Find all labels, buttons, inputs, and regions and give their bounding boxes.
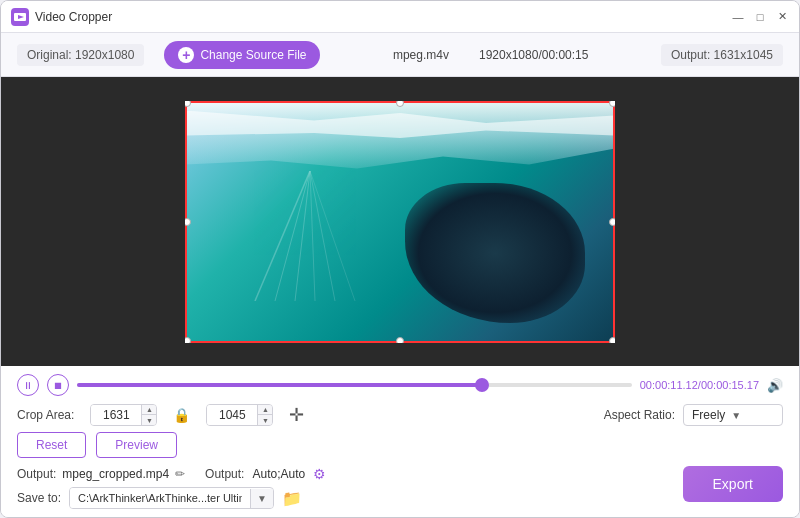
aspect-ratio-group: Aspect Ratio: Freely ▼ xyxy=(604,404,783,426)
dark-patch xyxy=(405,183,585,323)
wave-white xyxy=(185,101,615,181)
water-lines xyxy=(235,171,385,301)
aspect-ratio-label: Aspect Ratio: xyxy=(604,408,675,422)
progress-fill xyxy=(77,383,482,387)
output-name-row: Output: mpeg_cropped.mp4 ✏ Output: Auto;… xyxy=(17,466,683,482)
file-info: mpeg.m4v 1920x1080/00:00:15 xyxy=(340,48,640,62)
aspect-ratio-select[interactable]: Freely ▼ xyxy=(683,404,783,426)
video-area xyxy=(1,77,799,366)
video-frame xyxy=(185,101,615,343)
saveto-dropdown-button[interactable]: ▼ xyxy=(250,489,273,508)
handle-left-middle[interactable] xyxy=(185,218,191,226)
output-resolution-label: Output: 1631x1045 xyxy=(661,44,783,66)
output-label: Output: xyxy=(17,467,56,481)
height-input-container: ▲ ▼ xyxy=(206,404,273,426)
file-name: mpeg.m4v xyxy=(393,48,449,62)
change-source-button[interactable]: + Change Source File xyxy=(164,41,320,69)
width-input-group: ▲ ▼ xyxy=(90,404,157,426)
video-canvas[interactable] xyxy=(185,101,615,343)
output-settings-value: Auto;Auto xyxy=(252,467,305,481)
title-bar-controls: — □ ✕ xyxy=(731,10,789,24)
progress-track[interactable] xyxy=(77,383,632,387)
main-window: Video Cropper — □ ✕ Original: 1920x1080 … xyxy=(0,0,800,518)
saveto-path-field[interactable] xyxy=(70,488,250,508)
crop-settings-row: Crop Area: ▲ ▼ 🔒 ▲ ▼ xyxy=(17,404,783,426)
edit-icon[interactable]: ✏ xyxy=(175,467,185,481)
width-spinner: ▲ ▼ xyxy=(141,405,156,425)
output-name-group: Output: mpeg_cropped.mp4 ✏ xyxy=(17,467,185,481)
change-source-label: Change Source File xyxy=(200,48,306,62)
width-up-button[interactable]: ▲ xyxy=(142,405,156,415)
original-resolution-label: Original: 1920x1080 xyxy=(17,44,144,66)
gear-icon[interactable]: ⚙ xyxy=(313,466,326,482)
height-up-button[interactable]: ▲ xyxy=(258,405,272,415)
app-icon xyxy=(11,8,29,26)
move-icon[interactable]: ✛ xyxy=(289,404,304,426)
stop-icon: ⏹ xyxy=(53,380,63,391)
maximize-button[interactable]: □ xyxy=(753,10,767,24)
stop-button[interactable]: ⏹ xyxy=(47,374,69,396)
handle-bottom-middle[interactable] xyxy=(396,337,404,343)
minimize-button[interactable]: — xyxy=(731,10,745,24)
svg-line-4 xyxy=(275,171,310,301)
handle-bottom-left[interactable] xyxy=(185,337,191,343)
width-input-container: ▲ ▼ xyxy=(90,404,157,426)
progress-thumb[interactable] xyxy=(475,378,489,392)
pause-icon: ⏸ xyxy=(23,380,33,391)
lock-icon[interactable]: 🔒 xyxy=(173,407,190,423)
saveto-row: Save to: ▼ 📁 xyxy=(17,487,683,509)
action-buttons: Reset Preview xyxy=(17,432,783,458)
saveto-path-input: ▼ xyxy=(69,487,274,509)
output-settings-label: Output: xyxy=(205,467,244,481)
bottom-right: Export xyxy=(683,466,783,502)
close-button[interactable]: ✕ xyxy=(775,10,789,24)
reset-button[interactable]: Reset xyxy=(17,432,86,458)
bottom-left: Output: mpeg_cropped.mp4 ✏ Output: Auto;… xyxy=(17,466,683,509)
output-settings-group: Output: Auto;Auto ⚙ xyxy=(205,466,682,482)
file-resolution-time: 1920x1080/00:00:15 xyxy=(479,48,588,62)
output-filename: mpeg_cropped.mp4 xyxy=(62,467,169,481)
height-input-group: ▲ ▼ xyxy=(206,404,273,426)
controls-area: ⏸ ⏹ 00:00:11.12/00:00:15.17 🔊 Crop Area:… xyxy=(1,366,799,517)
width-down-button[interactable]: ▼ xyxy=(142,415,156,425)
playback-bar: ⏸ ⏹ 00:00:11.12/00:00:15.17 🔊 xyxy=(17,374,783,396)
app-title: Video Cropper xyxy=(35,10,112,24)
toolbar: Original: 1920x1080 + Change Source File… xyxy=(1,33,799,77)
volume-icon[interactable]: 🔊 xyxy=(767,378,783,393)
saveto-label: Save to: xyxy=(17,491,61,505)
preview-button[interactable]: Preview xyxy=(96,432,177,458)
svg-line-8 xyxy=(310,171,355,301)
export-button[interactable]: Export xyxy=(683,466,783,502)
crop-area-label: Crop Area: xyxy=(17,408,74,422)
height-input[interactable] xyxy=(207,405,257,425)
svg-line-3 xyxy=(255,171,310,301)
height-down-button[interactable]: ▼ xyxy=(258,415,272,425)
aspect-ratio-arrow-icon: ▼ xyxy=(731,410,741,421)
pause-button[interactable]: ⏸ xyxy=(17,374,39,396)
handle-bottom-right[interactable] xyxy=(609,337,615,343)
title-bar-left: Video Cropper xyxy=(11,8,731,26)
time-display: 00:00:11.12/00:00:15.17 xyxy=(640,379,759,391)
handle-right-middle[interactable] xyxy=(609,218,615,226)
title-bar: Video Cropper — □ ✕ xyxy=(1,1,799,33)
bottom-row: Output: mpeg_cropped.mp4 ✏ Output: Auto;… xyxy=(17,466,783,509)
height-spinner: ▲ ▼ xyxy=(257,405,272,425)
aspect-ratio-value: Freely xyxy=(692,408,725,422)
folder-icon[interactable]: 📁 xyxy=(282,489,302,508)
plus-icon: + xyxy=(178,47,194,63)
width-input[interactable] xyxy=(91,405,141,425)
